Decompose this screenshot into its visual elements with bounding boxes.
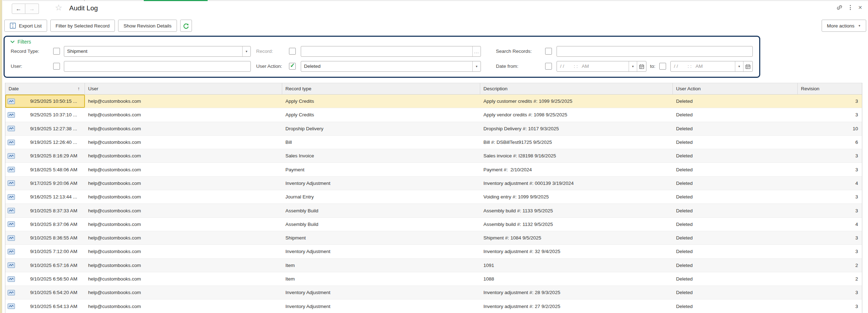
- date-cell[interactable]: 9/19/2025 8:16:29 AM: [5, 149, 85, 162]
- revision-cell[interactable]: 3: [798, 149, 862, 162]
- column-header-description[interactable]: Description: [480, 83, 673, 94]
- date-to-input[interactable]: / / : : AM ▼: [670, 61, 753, 72]
- description-cell[interactable]: Assembly build #: 1132 9/5/2025: [480, 218, 673, 231]
- record-type-cell[interactable]: Dropship Delivery: [282, 122, 480, 135]
- record-type-cell[interactable]: Apply Credits: [282, 95, 480, 108]
- revision-cell[interactable]: 3: [798, 286, 862, 299]
- record-picker-button[interactable]: ...: [472, 46, 481, 56]
- user-input[interactable]: [64, 61, 251, 72]
- back-button[interactable]: ←: [12, 4, 25, 14]
- user-action-cell[interactable]: Deleted: [673, 177, 798, 190]
- date-cell[interactable]: 9/18/2025 5:48:06 AM: [5, 163, 85, 176]
- user-action-cell[interactable]: Deleted: [673, 299, 798, 313]
- description-cell[interactable]: Inventory adjustment #: 27 9/2/2025: [480, 299, 673, 313]
- user-cell[interactable]: help@custombooks.com: [85, 177, 282, 190]
- record-type-cell[interactable]: Payment: [282, 163, 480, 176]
- record-type-cell[interactable]: Inventory Adjustment: [282, 245, 480, 258]
- user-action-cell[interactable]: Deleted: [673, 286, 798, 299]
- date-cell[interactable]: 9/25/2025 10:50:15 ...: [5, 95, 85, 108]
- user-action-cell[interactable]: Deleted: [673, 122, 798, 135]
- date-to-checkbox[interactable]: [659, 63, 666, 70]
- user-cell[interactable]: help@custombooks.com: [85, 204, 282, 217]
- user-action-cell[interactable]: Deleted: [673, 245, 798, 258]
- date-cell[interactable]: 9/10/2025 6:57:16 AM: [5, 259, 85, 272]
- revision-cell[interactable]: 3: [798, 204, 862, 217]
- more-actions-button[interactable]: More actions ▼: [822, 20, 866, 32]
- date-from-input[interactable]: / / : : AM ▼: [557, 61, 646, 72]
- link-icon[interactable]: [836, 4, 843, 11]
- revision-cell[interactable]: 3: [798, 190, 862, 203]
- description-cell[interactable]: Voiding entry #: 1099 9/9/2025: [480, 190, 673, 203]
- record-type-cell[interactable]: Sales Invoice: [282, 149, 480, 162]
- record-type-cell[interactable]: Assembly Build: [282, 204, 480, 217]
- date-cell[interactable]: 9/10/2025 6:54:20 AM: [5, 286, 85, 299]
- user-cell[interactable]: help@custombooks.com: [85, 122, 282, 135]
- record-type-cell[interactable]: Apply Credits: [282, 108, 480, 121]
- revision-cell[interactable]: 6: [798, 136, 862, 149]
- user-checkbox[interactable]: [53, 63, 60, 70]
- column-header-date[interactable]: Date ↑: [5, 83, 85, 94]
- column-header-user[interactable]: User: [85, 83, 282, 94]
- revision-cell[interactable]: 2: [798, 272, 862, 286]
- revision-cell[interactable]: 2: [798, 259, 862, 272]
- revision-cell[interactable]: 3: [798, 299, 862, 313]
- user-action-cell[interactable]: Deleted: [673, 231, 798, 244]
- revision-cell[interactable]: 3: [798, 245, 862, 258]
- export-list-button[interactable]: Export List: [4, 20, 47, 32]
- date-cell[interactable]: 9/10/2025 6:54:13 AM: [5, 299, 85, 313]
- column-header-revision[interactable]: Revision: [798, 83, 862, 94]
- table-row[interactable]: 9/25/2025 10:50:15 ... help@custombooks.…: [5, 95, 862, 108]
- chevron-down-icon[interactable]: ▼: [629, 61, 637, 71]
- description-cell[interactable]: Shipment #: 1084 9/5/2025: [480, 231, 673, 244]
- favorite-star-icon[interactable]: ☆: [55, 3, 62, 12]
- description-cell[interactable]: Inventory adjustment #: 28 9/3/2025: [480, 286, 673, 299]
- record-type-cell[interactable]: Shipment: [282, 231, 480, 244]
- column-header-user-action[interactable]: User Action: [673, 83, 798, 94]
- user-action-cell[interactable]: Deleted: [673, 218, 798, 231]
- show-revision-details-button[interactable]: Show Revision Details: [118, 20, 177, 32]
- record-type-cell[interactable]: Inventory Adjustment: [282, 286, 480, 299]
- search-records-checkbox[interactable]: [545, 48, 552, 55]
- revision-cell[interactable]: 3: [798, 108, 862, 121]
- table-row[interactable]: 9/10/2025 6:54:20 AM help@custombooks.co…: [5, 286, 862, 299]
- user-action-cell[interactable]: Deleted: [673, 259, 798, 272]
- record-type-cell[interactable]: Assembly Build: [282, 218, 480, 231]
- record-type-cell[interactable]: Inventory Adjustment: [282, 177, 480, 190]
- description-cell[interactable]: Sales invoice #: I28198 9/16/2025: [480, 149, 673, 162]
- table-row[interactable]: 9/19/2025 12:26:40 ... help@custombooks.…: [5, 136, 862, 149]
- column-header-record-type[interactable]: Record type: [282, 83, 480, 94]
- forward-button[interactable]: →: [25, 4, 39, 14]
- user-cell[interactable]: help@custombooks.com: [85, 272, 282, 286]
- table-row[interactable]: 9/19/2025 8:16:29 AM help@custombooks.co…: [5, 149, 862, 163]
- user-action-cell[interactable]: Deleted: [673, 108, 798, 121]
- user-cell[interactable]: help@custombooks.com: [85, 259, 282, 272]
- user-cell[interactable]: help@custombooks.com: [85, 136, 282, 149]
- search-records-input[interactable]: [557, 46, 753, 57]
- user-cell[interactable]: help@custombooks.com: [85, 108, 282, 121]
- user-action-cell[interactable]: Deleted: [673, 136, 798, 149]
- user-cell[interactable]: help@custombooks.com: [85, 286, 282, 299]
- date-cell[interactable]: 9/16/2025 12:13:44 ...: [5, 190, 85, 203]
- filter-by-selected-record-button[interactable]: Filter by Selected Record: [50, 20, 115, 32]
- description-cell[interactable]: 1091: [480, 259, 673, 272]
- revision-cell[interactable]: 3: [798, 231, 862, 244]
- user-cell[interactable]: help@custombooks.com: [85, 190, 282, 203]
- description-cell[interactable]: Dropship Delivery #: 1017 9/3/2025: [480, 122, 673, 135]
- table-row[interactable]: 9/25/2025 10:37:10 ... help@custombooks.…: [5, 108, 862, 122]
- refresh-button[interactable]: [180, 20, 192, 32]
- record-type-cell[interactable]: Item: [282, 259, 480, 272]
- user-cell[interactable]: help@custombooks.com: [85, 299, 282, 313]
- table-row[interactable]: 9/16/2025 12:13:44 ... help@custombooks.…: [5, 190, 862, 204]
- filters-collapse-toggle[interactable]: Filters: [10, 39, 31, 45]
- user-cell[interactable]: help@custombooks.com: [85, 231, 282, 244]
- date-cell[interactable]: 9/10/2025 6:56:50 AM: [5, 272, 85, 286]
- revision-cell[interactable]: 4: [798, 177, 862, 190]
- table-row[interactable]: 9/18/2025 5:48:06 AM help@custombooks.co…: [5, 163, 862, 176]
- description-cell[interactable]: Assembly build #: 1133 9/5/2025: [480, 204, 673, 217]
- date-cell[interactable]: 9/19/2025 12:26:40 ...: [5, 136, 85, 149]
- calendar-icon[interactable]: [743, 61, 752, 71]
- table-row[interactable]: 9/17/2025 9:20:06 AM help@custombooks.co…: [5, 177, 862, 190]
- user-action-cell[interactable]: Deleted: [673, 163, 798, 176]
- table-row[interactable]: 9/10/2025 8:37:33 AM help@custombooks.co…: [5, 204, 862, 217]
- kebab-menu-icon[interactable]: [849, 5, 852, 10]
